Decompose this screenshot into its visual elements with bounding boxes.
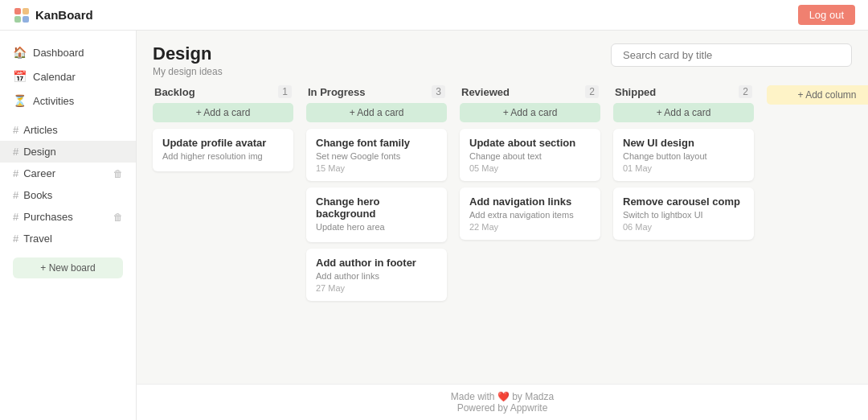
column-reviewed: Reviewed 2 + Add a card Update about sec… <box>460 85 600 384</box>
card-date-reviewed-1: 22 May <box>469 222 591 232</box>
footer-line1: Made with ❤️ by Madza <box>143 391 862 402</box>
card-desc-reviewed-0: Change about text <box>469 151 591 161</box>
card-date-in-progress-2: 27 May <box>316 283 437 293</box>
card-backlog-0[interactable]: Update profile avatar Add higher resolut… <box>153 129 293 171</box>
card-date-shipped-1: 06 May <box>623 222 744 232</box>
calendar-icon: 📅 <box>13 70 27 83</box>
card-title-in-progress-0: Change font family <box>316 137 437 149</box>
add-card-button-in-progress[interactable]: + Add a card <box>306 103 447 122</box>
add-column: + Add column <box>767 85 868 384</box>
sidebar-nav-activities[interactable]: ⏳Activities <box>0 89 136 113</box>
card-shipped-0[interactable]: New UI design Change button layout 01 Ma… <box>613 129 754 181</box>
card-desc-shipped-0: Change button layout <box>623 151 744 161</box>
card-title-in-progress-1: Change hero background <box>316 196 437 220</box>
delete-board-purchases-icon[interactable]: 🗑 <box>113 212 123 223</box>
board-name-books: Books <box>23 189 52 201</box>
column-count-reviewed: 2 <box>585 85 599 98</box>
board-label-purchases: #Purchases <box>13 211 73 223</box>
hash-icon-articles: # <box>13 124 18 136</box>
sidebar-nav-calendar[interactable]: 📅Calendar <box>0 64 136 89</box>
column-header-reviewed: Reviewed 2 <box>460 85 600 98</box>
column-in-progress: In Progress 3 + Add a card Change font f… <box>306 85 447 384</box>
board-name-career: Career <box>23 167 55 179</box>
board-label-articles: #Articles <box>13 124 58 136</box>
card-reviewed-0[interactable]: Update about section Change about text 0… <box>460 129 600 181</box>
sidebar-board-articles[interactable]: #Articles <box>0 119 136 141</box>
card-title-reviewed-0: Update about section <box>469 137 591 149</box>
svg-rect-1 <box>23 8 29 14</box>
card-date-in-progress-0: 15 May <box>316 163 437 173</box>
board-label-travel: #Travel <box>13 233 52 245</box>
add-card-button-reviewed[interactable]: + Add a card <box>460 103 600 122</box>
card-title-backlog-0: Update profile avatar <box>162 137 284 149</box>
card-in-progress-0[interactable]: Change font family Set new Google fonts … <box>306 129 447 181</box>
column-title-backlog: Backlog <box>154 86 195 98</box>
column-count-backlog: 1 <box>278 85 292 98</box>
dashboard-icon: 🏠 <box>13 46 27 59</box>
footer: Made with ❤️ by Madza Powered by Appwrit… <box>137 384 868 420</box>
card-title-reviewed-1: Add navigation links <box>469 196 591 208</box>
board-label-books: #Books <box>13 189 52 201</box>
footer-text1: Made with <box>451 391 495 402</box>
card-desc-shipped-1: Switch to lightbox UI <box>623 210 744 220</box>
sidebar-nav: 🏠Dashboard📅Calendar⏳Activities <box>0 40 136 113</box>
sidebar-board-books[interactable]: #Books <box>0 184 136 206</box>
sidebar: 🏠Dashboard📅Calendar⏳Activities #Articles… <box>0 31 137 420</box>
hash-icon-books: # <box>13 189 18 201</box>
column-count-in-progress: 3 <box>432 85 445 98</box>
board-name-travel: Travel <box>23 233 52 245</box>
logout-button[interactable]: Log out <box>798 5 855 25</box>
card-title-in-progress-2: Add author in footer <box>316 257 437 269</box>
board-title-group: Design My design ideas <box>153 43 223 77</box>
column-title-reviewed: Reviewed <box>461 86 510 98</box>
main-content: Design My design ideas Backlog 1 + Add a… <box>137 31 868 420</box>
columns-container: Backlog 1 + Add a card Update profile av… <box>137 85 868 384</box>
sidebar-nav-dashboard[interactable]: 🏠Dashboard <box>0 40 136 64</box>
header: KanBoard Log out <box>0 0 868 31</box>
sidebar-boards: #Articles#Design#Career🗑#Books#Purchases… <box>0 119 136 249</box>
card-desc-in-progress-0: Set new Google fonts <box>316 151 437 161</box>
card-date-reviewed-0: 05 May <box>469 163 591 173</box>
sidebar-board-travel[interactable]: #Travel <box>0 228 136 249</box>
add-card-button-backlog[interactable]: + Add a card <box>153 103 293 122</box>
card-desc-reviewed-1: Add extra navigation items <box>469 210 591 220</box>
column-header-in-progress: In Progress 3 <box>306 85 447 98</box>
hash-icon-design: # <box>13 146 18 158</box>
svg-rect-0 <box>14 8 21 14</box>
card-desc-in-progress-2: Add author links <box>316 271 437 281</box>
card-reviewed-1[interactable]: Add navigation links Add extra navigatio… <box>460 187 600 240</box>
card-shipped-1[interactable]: Remove carousel comp Switch to lightbox … <box>613 187 754 240</box>
sidebar-board-purchases[interactable]: #Purchases🗑 <box>0 206 136 228</box>
card-title-shipped-1: Remove carousel comp <box>623 196 744 208</box>
sidebar-nav-label-dashboard: Dashboard <box>33 47 84 59</box>
column-title-in-progress: In Progress <box>308 86 366 98</box>
delete-board-career-icon[interactable]: 🗑 <box>113 168 123 179</box>
activities-icon: ⏳ <box>13 94 27 107</box>
card-date-shipped-0: 01 May <box>623 163 744 173</box>
hash-icon-purchases: # <box>13 211 18 223</box>
hash-icon-career: # <box>13 167 18 179</box>
svg-rect-2 <box>14 16 21 23</box>
column-shipped: Shipped 2 + Add a card New UI design Cha… <box>613 85 754 384</box>
card-desc-backlog-0: Add higher resolution img <box>162 151 284 161</box>
card-in-progress-1[interactable]: Change hero background Update hero area <box>306 187 447 242</box>
board-name-purchases: Purchases <box>23 211 72 223</box>
sidebar-nav-label-calendar: Calendar <box>33 71 76 83</box>
logo: KanBoard <box>13 6 93 24</box>
board-label-design: #Design <box>13 146 56 158</box>
card-in-progress-2[interactable]: Add author in footer Add author links 27… <box>306 249 447 301</box>
new-board-button[interactable]: + New board <box>13 257 123 278</box>
add-column-button[interactable]: + Add column <box>767 85 868 105</box>
board-label-career: #Career <box>13 167 55 179</box>
footer-text2: by Madza <box>512 391 554 402</box>
column-header-shipped: Shipped 2 <box>613 85 754 98</box>
sidebar-board-career[interactable]: #Career🗑 <box>0 163 136 184</box>
search-input[interactable] <box>611 43 852 67</box>
board-title: Design <box>153 43 223 64</box>
footer-heart: ❤️ <box>497 391 510 402</box>
add-card-button-shipped[interactable]: + Add a card <box>613 103 754 122</box>
footer-powered: Powered by Appwrite <box>143 402 862 414</box>
board-name-articles: Articles <box>23 124 58 136</box>
board-header: Design My design ideas <box>137 31 868 85</box>
sidebar-board-design[interactable]: #Design <box>0 141 136 163</box>
